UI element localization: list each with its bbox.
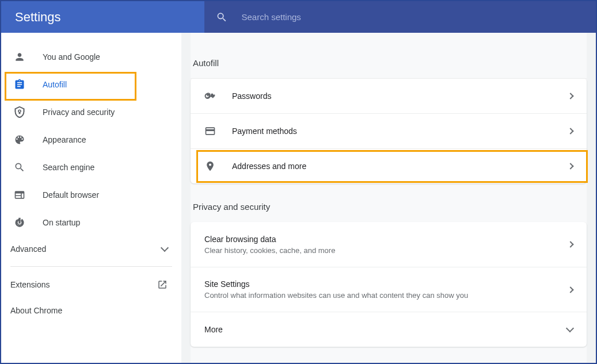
autofill-card: Passwords Payment methods Addresses and …	[191, 78, 587, 183]
about-label: About Chrome	[10, 306, 62, 315]
chevron-right-icon	[567, 128, 573, 134]
search-icon	[14, 162, 25, 173]
palette-icon	[14, 134, 25, 145]
sidebar-item-label: Search engine	[43, 163, 94, 172]
page-title: Settings	[15, 10, 61, 25]
main-content: Autofill Passwords Payment methods Addre…	[191, 33, 587, 363]
location-icon	[204, 160, 216, 172]
chevron-right-icon	[567, 93, 573, 99]
privacy-card: Clear browsing data Clear history, cooki…	[191, 222, 587, 347]
sidebar: You and Google Autofill Privacy and secu…	[1, 33, 181, 363]
search-container[interactable]	[204, 1, 596, 33]
web-icon	[14, 189, 25, 201]
section-title-autofill: Autofill	[191, 50, 587, 78]
divider	[10, 266, 172, 267]
sidebar-item-default-browser[interactable]: Default browser	[1, 181, 181, 209]
sidebar-item-privacy[interactable]: Privacy and security	[1, 98, 181, 126]
sidebar-item-you-and-google[interactable]: You and Google	[1, 43, 181, 71]
chevron-down-icon	[161, 244, 169, 252]
row-title: Clear browsing data	[204, 235, 568, 244]
row-title: More	[204, 325, 567, 334]
sidebar-advanced[interactable]: Advanced	[1, 236, 181, 262]
header-title: Settings	[1, 1, 204, 33]
row-addresses[interactable]: Addresses and more	[191, 148, 587, 183]
sidebar-item-label: Appearance	[43, 135, 86, 144]
search-input[interactable]	[241, 12, 584, 22]
sidebar-item-label: On startup	[43, 218, 80, 227]
row-more[interactable]: More	[191, 312, 587, 347]
sidebar-item-label: You and Google	[43, 52, 100, 62]
extensions-label: Extensions	[10, 280, 50, 289]
assignment-icon	[14, 79, 25, 90]
row-title: Site Settings	[204, 279, 568, 289]
row-title: Passwords	[232, 91, 568, 101]
sidebar-item-appearance[interactable]: Appearance	[1, 126, 181, 154]
header: Settings	[1, 1, 596, 33]
chevron-right-icon	[567, 286, 573, 293]
row-site-settings[interactable]: Site Settings Control what information w…	[191, 267, 587, 312]
row-payment-methods[interactable]: Payment methods	[191, 113, 587, 148]
row-clear-browsing-data[interactable]: Clear browsing data Clear history, cooki…	[191, 222, 587, 267]
power-icon	[14, 217, 25, 228]
chevron-right-icon	[567, 163, 573, 169]
section-title-privacy: Privacy and security	[191, 194, 587, 222]
advanced-label: Advanced	[10, 244, 46, 254]
key-icon	[204, 90, 216, 102]
sidebar-item-autofill[interactable]: Autofill	[1, 71, 181, 98]
sidebar-item-search-engine[interactable]: Search engine	[1, 154, 181, 181]
shield-icon	[14, 106, 25, 118]
row-passwords[interactable]: Passwords	[191, 78, 587, 113]
chevron-right-icon	[567, 241, 573, 247]
sidebar-item-label: Autofill	[43, 80, 67, 89]
row-title: Payment methods	[232, 127, 568, 136]
sidebar-about[interactable]: About Chrome	[1, 298, 181, 323]
chevron-down-icon	[566, 324, 574, 332]
row-sub: Clear history, cookies, cache, and more	[204, 246, 568, 255]
sidebar-item-label: Privacy and security	[43, 108, 115, 117]
credit-card-icon	[204, 125, 216, 137]
open-in-new-icon	[157, 279, 168, 290]
row-title: Addresses and more	[232, 162, 568, 171]
sidebar-item-label: Default browser	[43, 190, 99, 200]
sidebar-extensions[interactable]: Extensions	[1, 271, 181, 298]
row-sub: Control what information websites can us…	[204, 291, 568, 300]
sidebar-item-on-startup[interactable]: On startup	[1, 209, 181, 236]
person-icon	[14, 51, 25, 63]
search-icon	[216, 11, 227, 24]
